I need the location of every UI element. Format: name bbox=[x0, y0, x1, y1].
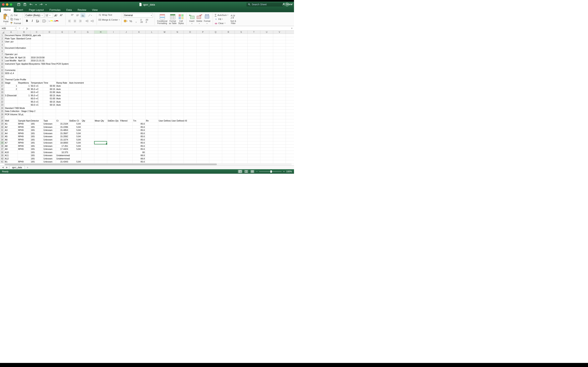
increase-indent-button[interactable] bbox=[90, 19, 95, 23]
cell[interactable]: Standard 7300 Mode bbox=[4, 107, 17, 110]
font-size-select[interactable]: 12▾ bbox=[44, 13, 53, 17]
search-sheet-input[interactable]: Search Sheet bbox=[246, 2, 283, 7]
cell[interactable]: 00:30 bbox=[43, 84, 56, 88]
cell[interactable]: Document Information bbox=[4, 47, 17, 50]
sheet-tab[interactable]: qpcr_data bbox=[9, 166, 25, 169]
decrease-font-button[interactable]: A▾ bbox=[59, 13, 64, 17]
cell[interactable]: 85.6 bbox=[133, 132, 145, 135]
cell[interactable]: Auto Increment bbox=[69, 81, 81, 85]
row-header[interactable]: 4 bbox=[0, 43, 4, 47]
row-headers[interactable]: 1234567891011121314151617181920212223242… bbox=[0, 34, 4, 164]
cell[interactable]: A1 bbox=[4, 122, 17, 125]
cell[interactable]: Repetitions bbox=[18, 81, 30, 85]
row-header[interactable]: 6 bbox=[0, 50, 4, 53]
copy-button[interactable]: Copy▾ bbox=[10, 17, 21, 21]
row-header[interactable]: 40 bbox=[0, 157, 4, 160]
cell[interactable]: 01:00 bbox=[43, 91, 56, 94]
cell[interactable]: Unknown bbox=[43, 129, 56, 132]
cell[interactable]: Task bbox=[43, 119, 56, 123]
tab-view[interactable]: View bbox=[89, 8, 101, 12]
cell[interactable]: Sample Nam bbox=[18, 119, 30, 123]
redo-icon[interactable] bbox=[39, 3, 43, 6]
cell[interactable]: Filtered bbox=[120, 119, 132, 123]
column-header[interactable]: V bbox=[273, 31, 286, 34]
cell[interactable]: Qty bbox=[81, 119, 94, 123]
row-header[interactable]: 13 bbox=[0, 72, 4, 75]
cell[interactable]: Detector bbox=[30, 119, 43, 123]
cell[interactable]: 60.0 ∞C bbox=[30, 91, 43, 94]
format-cells-button[interactable]: Format▾ bbox=[203, 14, 211, 25]
number-format-select[interactable]: General▾ bbox=[123, 13, 153, 17]
zoom-level[interactable]: 100% bbox=[286, 170, 292, 173]
cell[interactable]: 18S bbox=[30, 122, 43, 125]
font-name-select[interactable]: Calibri (Body)▾ bbox=[25, 13, 44, 17]
cell[interactable]: Auto bbox=[56, 91, 68, 94]
cell[interactable]: 85.6 bbox=[133, 148, 145, 151]
column-header[interactable]: C bbox=[30, 31, 43, 34]
cell[interactable]: 85.6 bbox=[133, 125, 145, 129]
row-header[interactable]: 21 bbox=[0, 97, 4, 100]
accounting-button[interactable]: ▾ bbox=[123, 19, 128, 23]
column-header[interactable]: O bbox=[184, 31, 197, 34]
row-header[interactable]: 25 bbox=[0, 110, 4, 113]
row-header[interactable]: 33 bbox=[0, 135, 4, 138]
cell[interactable]: Unknown bbox=[43, 132, 56, 135]
cell[interactable]: Auto bbox=[56, 103, 68, 107]
cell[interactable]: 15.1074 bbox=[56, 138, 68, 142]
qat-customize[interactable]: ▾ bbox=[45, 3, 47, 6]
cell[interactable]: Auto bbox=[56, 94, 68, 97]
cell[interactable]: Thermal Cycler Profile bbox=[4, 78, 17, 81]
autosave-icon[interactable] bbox=[17, 3, 20, 6]
tab-data[interactable]: Data bbox=[63, 8, 75, 12]
column-header[interactable]: G bbox=[81, 31, 94, 34]
cell[interactable]: 1 bbox=[18, 94, 30, 97]
row-header[interactable]: 19 bbox=[0, 91, 4, 94]
underline-button[interactable]: U▾ bbox=[35, 19, 40, 23]
cell[interactable]: User Definec bbox=[158, 119, 171, 123]
cell[interactable]: Temperature bbox=[30, 81, 43, 85]
cell[interactable]: 10.375 bbox=[56, 151, 68, 154]
sheet-nav-next[interactable]: ▶ bbox=[5, 166, 9, 168]
cell[interactable]: 17.261 bbox=[56, 145, 68, 148]
align-right-button[interactable] bbox=[78, 19, 83, 23]
row-header[interactable]: 38 bbox=[0, 151, 4, 154]
cell[interactable]: Ct bbox=[56, 119, 68, 123]
cell[interactable]: A10 bbox=[4, 151, 17, 154]
cell[interactable]: Auto bbox=[56, 84, 68, 88]
tab-formulas[interactable]: Formulas bbox=[47, 8, 63, 12]
clear-button[interactable]: Clear▾ bbox=[215, 21, 228, 25]
cell[interactable]: Undetermined bbox=[56, 154, 68, 157]
align-middle-button[interactable] bbox=[75, 13, 80, 17]
cell[interactable]: 18S bbox=[30, 138, 43, 142]
cell[interactable]: RP49 bbox=[18, 129, 30, 132]
row-header[interactable]: 26 bbox=[0, 113, 4, 116]
cell[interactable]: 18S bbox=[30, 148, 43, 151]
hscroll-thumb[interactable] bbox=[4, 164, 217, 165]
row-header[interactable]: 39 bbox=[0, 154, 4, 157]
cell[interactable]: Auto bbox=[56, 88, 68, 91]
cell[interactable]: RP49 bbox=[18, 125, 30, 129]
delete-cells-button[interactable]: Delete▾ bbox=[196, 14, 203, 25]
percent-button[interactable]: % bbox=[129, 19, 133, 23]
tab-review[interactable]: Review bbox=[75, 8, 89, 12]
cell[interactable]: 00:15 bbox=[43, 88, 56, 91]
cell[interactable]: Last Modifie bbox=[4, 59, 17, 62]
cell[interactable]: Rn bbox=[146, 119, 158, 123]
cell[interactable]: Document Name: 20180416_qpcr.sds bbox=[4, 34, 17, 37]
cell[interactable]: 00:15 bbox=[43, 100, 56, 104]
decrease-decimal-button[interactable]: .00.0 bbox=[144, 19, 149, 23]
column-header[interactable]: Q bbox=[209, 31, 222, 34]
minimize-window-button[interactable] bbox=[6, 3, 8, 6]
cell[interactable]: 80 bbox=[133, 151, 145, 154]
cell[interactable]: A8 bbox=[4, 145, 17, 148]
column-header[interactable]: P bbox=[197, 31, 209, 34]
cell[interactable]: 5.84 bbox=[69, 141, 81, 145]
cell[interactable]: April 16 bbox=[18, 56, 30, 59]
cell[interactable]: User Defined #3 bbox=[171, 119, 183, 123]
row-header[interactable]: 22 bbox=[0, 100, 4, 104]
spreadsheet-grid[interactable]: ABCDEFGHIJKLMNOPQRSTUV 12345678910111213… bbox=[0, 31, 294, 165]
cell[interactable]: 60.0 ∞C bbox=[30, 97, 43, 100]
page-break-view-button[interactable] bbox=[250, 170, 255, 173]
row-header[interactable]: 41 bbox=[0, 160, 4, 164]
cell[interactable]: 1 bbox=[4, 84, 17, 88]
